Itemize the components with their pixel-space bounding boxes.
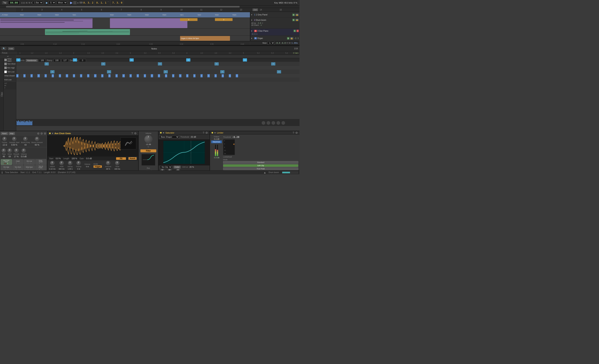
pad-m-btn[interactable]: M [27, 162, 29, 164]
note[interactable]: H [73, 74, 75, 77]
note[interactable]: H [222, 74, 224, 77]
filter-button[interactable]: Filter [141, 149, 156, 152]
note[interactable]: H [193, 74, 195, 77]
pad-m-btn[interactable]: M [38, 163, 41, 164]
note[interactable]: H [66, 74, 68, 77]
time-s-knob[interactable] [115, 161, 119, 165]
pad-s-btn[interactable]: S [7, 168, 9, 170]
note[interactable]: H [73, 58, 77, 61]
rim-high-row[interactable] [16, 66, 300, 70]
pad-m-btn[interactable]: M [16, 162, 18, 164]
fx-button[interactable]: FX [116, 157, 126, 160]
info-icon[interactable]: ℹ [2, 171, 3, 174]
note[interactable]: H [186, 58, 190, 61]
hihat-closed-row[interactable]: H H H H H H H H H H H H H H H H H [16, 74, 300, 78]
note[interactable]: H [165, 74, 167, 77]
track2-solo[interactable]: S [292, 19, 295, 21]
note[interactable]: H [52, 74, 54, 77]
note[interactable]: H [151, 74, 153, 77]
note[interactable]: H [30, 74, 33, 77]
note[interactable]: H [44, 74, 47, 77]
sat-gear[interactable]: ⚙ [205, 131, 208, 134]
sample-start-knob[interactable] [12, 137, 17, 141]
focus-reset-btn[interactable]: ↩ [7, 55, 9, 58]
soft-clip-button[interactable]: Soft Clip [223, 164, 298, 167]
volume-knob-macro[interactable] [22, 148, 26, 153]
sat-device-select[interactable]: Bass Shaper [159, 135, 179, 139]
color-button[interactable]: Color [174, 166, 181, 169]
pad-s-btn[interactable]: S [30, 168, 32, 170]
note[interactable]: T [158, 62, 162, 66]
lim-gear[interactable]: ⚙ [295, 131, 298, 134]
note[interactable]: H [16, 74, 18, 77]
simpler-expand[interactable]: ▾ [52, 132, 53, 135]
note[interactable]: H [236, 74, 238, 77]
note[interactable]: H [59, 74, 61, 77]
boom-freq-knob[interactable] [23, 137, 27, 141]
track3-rec[interactable]: ● [297, 30, 299, 32]
pad-rim-high[interactable]: Rim High M S [1, 165, 12, 170]
track4-solo[interactable]: S [287, 37, 289, 40]
pad-s-btn[interactable]: S [41, 163, 43, 164]
mix-select[interactable]: 1/2 [268, 41, 274, 45]
lim-expand[interactable]: ▾ [214, 131, 216, 134]
simpler-waveform[interactable] [48, 135, 138, 156]
fold-button[interactable]: Fold [8, 47, 14, 50]
tap-button[interactable]: Tap [2, 1, 8, 4]
note[interactable]: T [107, 70, 111, 73]
pad-hihat-open[interactable]: Hihat Open M S [24, 165, 35, 170]
note[interactable]: H [158, 74, 160, 77]
transp-s-knob[interactable] [77, 161, 81, 165]
magnify-btn[interactable]: 🔍 [2, 47, 6, 50]
note[interactable]: H [144, 74, 146, 77]
note[interactable]: H [207, 74, 210, 77]
pad-m-btn[interactable]: M [27, 168, 29, 170]
note[interactable]: H [229, 74, 231, 77]
map-button[interactable]: Map [9, 132, 15, 135]
note[interactable]: T [164, 70, 168, 73]
sat-drive-knob[interactable] [160, 169, 165, 170]
amount-knob[interactable] [106, 161, 110, 165]
pad-rim-low[interactable]: Rim Low M S [24, 159, 35, 165]
note[interactable]: H [94, 74, 96, 77]
pad-tomhi-flutter[interactable]: Tom HiFlutter M S [35, 165, 46, 170]
note[interactable]: H [108, 74, 111, 77]
tom-low-row[interactable]: T T T T T [16, 70, 300, 74]
sat-output-knob[interactable] [167, 169, 172, 170]
note[interactable]: H [243, 58, 247, 61]
note[interactable]: T [44, 62, 49, 66]
note[interactable]: H [201, 74, 203, 77]
track1-mute[interactable]: 🔒 [295, 14, 299, 16]
note[interactable]: H [101, 74, 103, 77]
mode-select[interactable]: Minor [56, 1, 67, 4]
pad-m-btn[interactable]: M [4, 168, 6, 170]
note[interactable]: T [277, 70, 281, 73]
time-knob[interactable] [2, 148, 6, 153]
note[interactable]: H [16, 58, 20, 61]
boom-amount-knob[interactable] [35, 137, 39, 141]
pad-s-btn[interactable]: S [30, 162, 32, 164]
pad-tom-short[interactable]: Tom Short M S [12, 165, 23, 170]
attack-knob[interactable] [50, 161, 54, 165]
note[interactable]: T [214, 62, 219, 66]
drive-knob[interactable] [8, 148, 12, 153]
pad-noise[interactable]: NoiseStutter M S [35, 159, 46, 165]
track4-mute[interactable]: 🔒 [290, 37, 293, 40]
track1-collapse[interactable]: ▾ [251, 14, 254, 16]
pad-m-btn[interactable]: M [38, 169, 41, 170]
note[interactable]: H [37, 74, 40, 77]
hihat-open-row[interactable]: H H H H H [16, 58, 300, 62]
sat-question[interactable]: ? [203, 131, 204, 134]
track3-solo[interactable]: S [294, 30, 296, 32]
note[interactable]: T [101, 62, 105, 66]
maximize-button[interactable]: Maximize [211, 140, 222, 143]
note[interactable]: H [186, 74, 188, 77]
note[interactable]: T [50, 70, 54, 73]
transp-knob[interactable] [2, 137, 7, 141]
reverb-knob[interactable] [14, 148, 19, 153]
bpm-display[interactable]: 84.00 [8, 0, 20, 5]
track1-solo[interactable]: S [292, 14, 295, 16]
note[interactable]: H [87, 74, 89, 77]
note[interactable]: H [214, 74, 217, 77]
pad-crash[interactable]: Crash M S [12, 159, 23, 165]
